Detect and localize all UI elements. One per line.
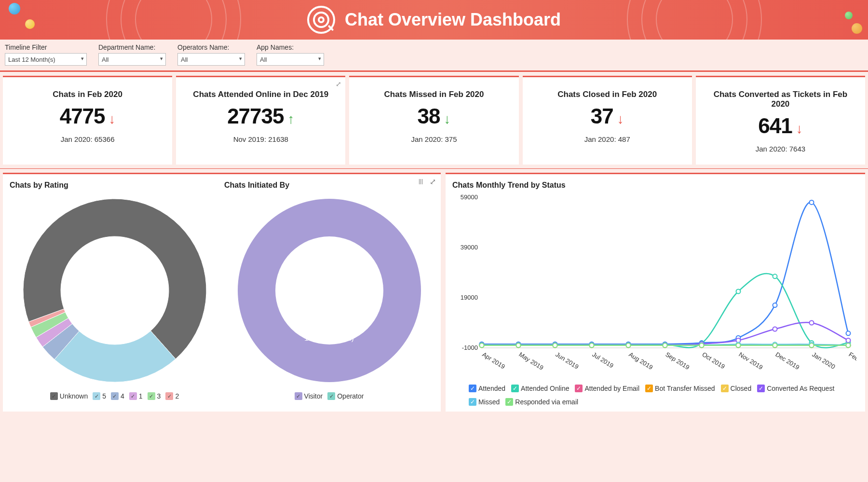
svg-text:Nov 2019: Nov 2019 — [737, 351, 764, 371]
filter-apps-label: App Names: — [257, 43, 324, 51]
legend-item[interactable]: ✓4 — [111, 392, 124, 400]
panel-row: ⫼ ⤢ Chats by Rating ✓Unknown✓5✓4✓1✓3✓2 C… — [0, 169, 868, 415]
trend-arrow-icon: ↓ — [444, 111, 450, 127]
kpi-value: 4775 — [60, 104, 105, 128]
filter-operators: Operators Name: — [177, 43, 245, 66]
legend-label: 1 — [139, 392, 143, 400]
legend-label: Converted As Request — [767, 385, 834, 392]
legend-item[interactable]: ✓Bot Transfer Missed — [645, 385, 715, 392]
legend-item[interactable]: ✓Responded via email — [505, 398, 578, 406]
trend-chart: -1000190003900059000Apr 2019May 2019Jun … — [452, 190, 858, 380]
kpi-title: Chats Closed in Feb 2020 — [530, 90, 684, 99]
kpi-title: Chats Missed in Feb 2020 — [357, 90, 511, 99]
legend-swatch-icon: ✓ — [129, 392, 137, 400]
svg-text:Sep 2019: Sep 2019 — [664, 351, 691, 371]
filter-department: Department Name: — [98, 43, 166, 66]
kpi-title: Chats in Feb 2020 — [11, 90, 164, 99]
svg-point-26 — [773, 303, 777, 307]
svg-point-100 — [663, 343, 667, 347]
legend-item[interactable]: ✓Converted As Request — [757, 385, 834, 392]
legend-item[interactable]: ✓Operator — [327, 392, 364, 400]
svg-text:Jan 2020: Jan 2020 — [811, 351, 836, 371]
legend-item[interactable]: ✓Unknown — [50, 392, 88, 400]
legend-item[interactable]: ✓3 — [148, 392, 161, 400]
svg-text:Oct 2019: Oct 2019 — [701, 351, 726, 371]
expand-icon[interactable]: ⤢ — [336, 80, 341, 88]
donut-label: 144570 (100%) — [235, 334, 423, 342]
svg-text:19000: 19000 — [461, 294, 478, 301]
trend-arrow-icon: ↓ — [617, 111, 624, 127]
kpi-card: Chats Missed in Feb 202038↓Jan 2020: 375 — [349, 76, 518, 165]
svg-point-101 — [700, 343, 704, 347]
chart-type-icon[interactable]: ⫼ — [417, 177, 425, 186]
filter-apps-select[interactable] — [257, 53, 324, 66]
legend-item[interactable]: ✓Missed — [469, 398, 500, 406]
svg-point-37 — [773, 274, 777, 278]
svg-point-1 — [275, 236, 383, 344]
svg-text:39000: 39000 — [461, 244, 478, 251]
svg-point-103 — [773, 343, 777, 347]
legend-swatch-icon: ✓ — [721, 385, 729, 392]
expand-icon[interactable]: ⤢ — [430, 177, 436, 186]
kpi-compare: Jan 2020: 7643 — [704, 145, 857, 153]
kpi-value: 37 — [591, 104, 613, 128]
filter-timeline-select[interactable] — [5, 53, 87, 66]
filter-department-label: Department Name: — [98, 43, 166, 51]
legend-swatch-icon: ✓ — [327, 392, 335, 400]
legend-label: 5 — [102, 392, 106, 400]
dashboard-title: Chat Overview Dashboard — [345, 10, 561, 30]
svg-point-95 — [480, 343, 484, 347]
filter-operators-select[interactable] — [177, 53, 245, 66]
trend-arrow-icon: ↑ — [287, 111, 294, 127]
initiated-chart-title: Chats Initiated By — [224, 181, 434, 190]
legend-swatch-icon: ✓ — [148, 392, 155, 400]
svg-point-96 — [516, 343, 521, 347]
rating-legend: ✓Unknown✓5✓4✓1✓3✓2 — [10, 389, 219, 403]
dashboard-logo-icon — [307, 6, 335, 34]
legend-swatch-icon: ✓ — [111, 392, 119, 400]
dashboard-header: Chat Overview Dashboard — [0, 0, 868, 40]
svg-point-104 — [810, 343, 814, 347]
legend-swatch-icon: ✓ — [50, 392, 58, 400]
legend-item[interactable]: ✓5 — [93, 392, 106, 400]
legend-item[interactable]: ✓Attended Online — [511, 385, 569, 392]
legend-label: 3 — [157, 392, 161, 400]
legend-item[interactable]: ✓Visitor — [295, 392, 323, 400]
filter-bar: Timeline Filter Department Name: Operato… — [0, 40, 868, 72]
svg-text:Apr 2019: Apr 2019 — [481, 351, 506, 371]
kpi-card: Chats Converted as Tickets in Feb 202064… — [696, 76, 865, 165]
svg-text:May 2019: May 2019 — [517, 351, 544, 372]
svg-point-82 — [810, 321, 814, 325]
legend-label: Unknown — [60, 392, 88, 400]
svg-point-83 — [846, 338, 851, 343]
legend-label: 2 — [175, 392, 179, 400]
filter-timeline-label: Timeline Filter — [5, 43, 87, 51]
legend-item[interactable]: ✓Attended — [469, 385, 505, 392]
legend-item[interactable]: ✓2 — [165, 392, 179, 400]
legend-item[interactable]: ✓Closed — [721, 385, 752, 392]
initiated-legend: ✓Visitor✓Operator — [224, 389, 434, 403]
svg-text:Aug 2019: Aug 2019 — [627, 351, 654, 371]
filter-department-select[interactable] — [98, 53, 166, 66]
kpi-value: 38 — [418, 104, 440, 128]
legend-swatch-icon: ✓ — [757, 385, 765, 392]
legend-label: 4 — [121, 392, 124, 400]
legend-item[interactable]: ✓Attended by Email — [575, 385, 639, 392]
kpi-value: 641 — [758, 114, 792, 138]
legend-swatch-icon: ✓ — [469, 385, 476, 392]
kpi-card: Chats Closed in Feb 202037↓Jan 2020: 487 — [523, 76, 692, 165]
legend-label: Bot Transfer Missed — [655, 385, 715, 392]
kpi-compare: Nov 2019: 21638 — [184, 135, 338, 143]
filter-apps: App Names: — [257, 43, 324, 66]
legend-label: Operator — [337, 392, 364, 400]
svg-text:59000: 59000 — [461, 193, 478, 201]
svg-point-36 — [736, 289, 741, 294]
filter-timeline: Timeline Filter — [5, 43, 87, 66]
legend-item[interactable]: ✓1 — [129, 392, 143, 400]
trend-arrow-icon: ↓ — [109, 111, 116, 127]
legend-label: Visitor — [304, 392, 323, 400]
legend-label: Attended Online — [521, 385, 569, 392]
svg-point-28 — [846, 331, 851, 335]
kpi-compare: Jan 2020: 65366 — [11, 135, 164, 143]
svg-text:Feb 2020: Feb 2020 — [847, 351, 856, 371]
